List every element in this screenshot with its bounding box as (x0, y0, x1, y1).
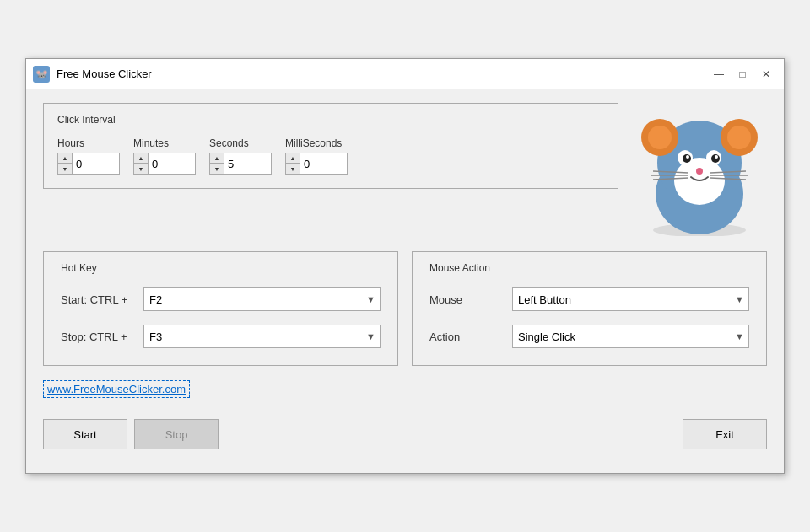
milliseconds-up-button[interactable]: ▲ (286, 153, 300, 164)
hours-spinner-buttons: ▲ ▼ (58, 153, 73, 174)
interval-fields: Hours ▲ ▼ Minutes (57, 137, 604, 175)
hours-field: Hours ▲ ▼ (57, 137, 120, 175)
seconds-up-button[interactable]: ▲ (210, 153, 224, 164)
seconds-spinner-buttons: ▲ ▼ (210, 153, 224, 174)
website-link[interactable]: www.FreeMouseClicker.com (43, 380, 190, 398)
svg-point-6 (727, 126, 751, 149)
window-title: Free Mouse Clicker (57, 67, 708, 80)
link-row: www.FreeMouseClicker.com (43, 379, 767, 399)
action-select[interactable]: Single Click Double Click Triple Click (512, 325, 749, 348)
seconds-down-button[interactable]: ▼ (210, 164, 224, 174)
exit-button[interactable]: Exit (683, 419, 767, 449)
titlebar: 🐭 Free Mouse Clicker — □ ✕ (26, 59, 784, 89)
minutes-label: Minutes (133, 137, 169, 149)
mouse-select[interactable]: Left Button Right Button Middle Button (512, 287, 749, 311)
milliseconds-label: MilliSeconds (285, 137, 342, 149)
hotkey-stop-dropdown-container: F1 F2 F3 F4 F5 F6 F7 F8 F9 F10 F11 F12 (143, 325, 381, 348)
minutes-field: Minutes ▲ ▼ (133, 137, 196, 175)
main-content: Click Interval Hours ▲ ▼ (26, 89, 784, 473)
mouse-dropdown-container: Left Button Right Button Middle Button ▼ (512, 287, 749, 311)
close-button[interactable]: ✕ (755, 65, 777, 83)
hotkey-start-dropdown-container: F1 F2 F3 F4 F5 F6 F7 F8 F9 F10 F11 F12 (143, 287, 381, 311)
action-label: Action (429, 330, 505, 343)
seconds-label: Seconds (209, 137, 249, 149)
minutes-up-button[interactable]: ▲ (134, 153, 148, 164)
click-interval-group: Click Interval Hours ▲ ▼ (43, 103, 618, 189)
mouse-label: Mouse (429, 293, 505, 306)
hotkey-start-label: Start: CTRL + (61, 293, 137, 306)
main-window: 🐭 Free Mouse Clicker — □ ✕ Click Interva… (25, 58, 785, 474)
titlebar-buttons: — □ ✕ (708, 65, 777, 83)
milliseconds-down-button[interactable]: ▼ (286, 164, 300, 174)
hours-label: Hours (57, 137, 84, 149)
middle-row: Hot Key Start: CTRL + F1 F2 F3 F4 F5 F6 … (43, 251, 767, 366)
milliseconds-spinner-buttons: ▲ ▼ (286, 153, 300, 174)
minutes-input[interactable] (148, 153, 195, 174)
milliseconds-spinner: ▲ ▼ (285, 153, 348, 175)
hours-input[interactable] (73, 153, 119, 174)
bottom-row: Start Stop Exit (43, 412, 767, 459)
svg-point-14 (696, 168, 703, 175)
svg-point-12 (686, 155, 689, 159)
minutes-spinner: ▲ ▼ (133, 153, 196, 175)
hotkey-stop-label: Stop: CTRL + (61, 330, 137, 343)
stop-button[interactable]: Stop (134, 419, 219, 449)
minutes-spinner-buttons: ▲ ▼ (134, 153, 148, 174)
hotkey-stop-select[interactable]: F1 F2 F3 F4 F5 F6 F7 F8 F9 F10 F11 F12 (143, 325, 381, 348)
hours-up-button[interactable]: ▲ (58, 153, 72, 164)
hotkey-group: Hot Key Start: CTRL + F1 F2 F3 F4 F5 F6 … (43, 251, 398, 366)
milliseconds-input[interactable] (300, 153, 347, 174)
seconds-input[interactable] (224, 153, 271, 174)
minutes-down-button[interactable]: ▼ (134, 164, 148, 174)
hotkey-start-select[interactable]: F1 F2 F3 F4 F5 F6 F7 F8 F9 F10 F11 F12 (143, 287, 381, 311)
action-row: Action Single Click Double Click Triple … (429, 325, 749, 348)
start-button[interactable]: Start (43, 419, 127, 449)
svg-point-13 (715, 155, 718, 159)
mouse-mascot (632, 103, 767, 238)
mouse-button-row: Mouse Left Button Right Button Middle Bu… (429, 287, 749, 311)
svg-point-4 (648, 126, 672, 149)
hours-down-button[interactable]: ▼ (58, 164, 72, 174)
hotkey-legend: Hot Key (61, 262, 381, 274)
action-dropdown-container: Single Click Double Click Triple Click ▼ (512, 325, 749, 348)
app-icon: 🐭 (33, 66, 50, 83)
click-interval-legend: Click Interval (57, 114, 604, 126)
hotkey-start-row: Start: CTRL + F1 F2 F3 F4 F5 F6 F7 F8 F9 (61, 287, 381, 311)
mascot-svg (636, 105, 763, 236)
seconds-spinner: ▲ ▼ (209, 153, 272, 175)
top-row: Click Interval Hours ▲ ▼ (43, 103, 767, 238)
hours-spinner: ▲ ▼ (57, 153, 120, 175)
milliseconds-field: MilliSeconds ▲ ▼ (285, 137, 348, 175)
maximize-button[interactable]: □ (732, 65, 753, 83)
mouse-action-legend: Mouse Action (429, 262, 749, 274)
seconds-field: Seconds ▲ ▼ (209, 137, 272, 175)
mouse-action-group: Mouse Action Mouse Left Button Right But… (412, 251, 767, 366)
minimize-button[interactable]: — (708, 65, 730, 83)
hotkey-stop-row: Stop: CTRL + F1 F2 F3 F4 F5 F6 F7 F8 F9 (61, 325, 381, 348)
